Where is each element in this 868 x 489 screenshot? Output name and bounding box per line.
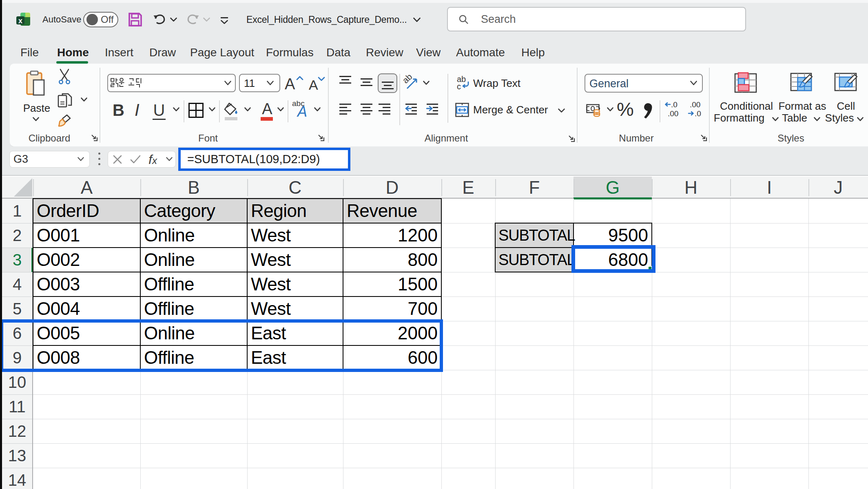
svg-text:.00: .00: [690, 102, 700, 109]
svg-text:x: x: [18, 17, 22, 25]
svg-text:.0: .0: [671, 102, 678, 109]
svg-text:.00: .00: [668, 109, 678, 118]
svg-text:c: c: [457, 82, 461, 91]
